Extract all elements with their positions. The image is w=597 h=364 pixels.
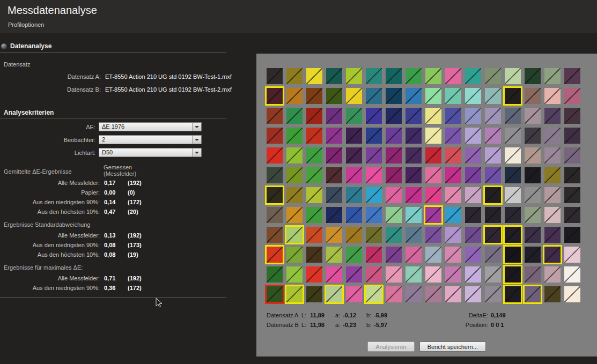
color-patch[interactable] — [505, 88, 521, 104]
color-patch[interactable] — [306, 207, 322, 223]
color-patch[interactable] — [505, 207, 521, 223]
color-patch[interactable] — [386, 167, 402, 183]
color-patch[interactable] — [525, 227, 541, 243]
color-patch[interactable] — [406, 207, 422, 223]
color-patch[interactable] — [267, 187, 283, 203]
color-patch[interactable] — [564, 167, 580, 183]
color-patch[interactable] — [326, 88, 342, 104]
color-patch[interactable] — [326, 207, 342, 223]
color-patch[interactable] — [286, 247, 303, 263]
color-patch[interactable] — [267, 147, 283, 164]
color-patch[interactable] — [425, 266, 441, 283]
color-patch[interactable] — [346, 207, 362, 223]
color-patch[interactable] — [267, 68, 283, 84]
color-patch[interactable] — [445, 266, 461, 283]
color-patch[interactable] — [525, 207, 541, 223]
color-patch[interactable] — [326, 286, 342, 302]
color-patch[interactable] — [445, 108, 461, 124]
color-patch[interactable] — [366, 247, 382, 263]
color-patch[interactable] — [326, 108, 342, 124]
color-patch[interactable] — [564, 266, 580, 283]
color-patch[interactable] — [544, 128, 561, 144]
color-patch[interactable] — [286, 128, 303, 144]
color-patch[interactable] — [505, 68, 521, 84]
color-patch[interactable] — [286, 286, 303, 302]
color-patch[interactable] — [465, 88, 481, 104]
color-patch[interactable] — [386, 286, 402, 302]
color-patch[interactable] — [465, 167, 481, 183]
color-patch[interactable] — [286, 108, 303, 124]
color-patch[interactable] — [386, 207, 402, 223]
color-patch[interactable] — [386, 108, 402, 124]
color-patch[interactable] — [485, 147, 501, 164]
color-patch[interactable] — [564, 88, 580, 104]
color-patch[interactable] — [366, 187, 382, 203]
color-patch[interactable] — [346, 128, 362, 144]
color-patch[interactable] — [525, 128, 541, 144]
color-patch[interactable] — [544, 227, 561, 243]
color-patch[interactable] — [465, 68, 481, 84]
color-patch[interactable] — [386, 88, 402, 104]
color-patch[interactable] — [564, 108, 580, 124]
color-patch[interactable] — [425, 187, 441, 203]
color-patch[interactable] — [366, 147, 382, 164]
color-patch[interactable] — [465, 247, 481, 263]
color-patch[interactable] — [564, 247, 580, 263]
color-patch[interactable] — [465, 266, 481, 283]
color-patch[interactable] — [525, 266, 541, 283]
color-patch[interactable] — [326, 247, 342, 263]
color-patch[interactable] — [505, 108, 521, 124]
color-patch[interactable] — [505, 128, 521, 144]
color-patch[interactable] — [485, 286, 501, 302]
delta-e-dropdown[interactable]: ΔE 1976 — [99, 122, 202, 131]
color-patch[interactable] — [366, 286, 382, 302]
color-patch[interactable] — [564, 68, 580, 84]
color-patch[interactable] — [425, 147, 441, 164]
color-patch[interactable] — [267, 88, 283, 104]
color-patch[interactable] — [286, 68, 303, 84]
chevron-down-icon[interactable] — [192, 136, 201, 144]
lichtart-dropdown[interactable]: D50 — [99, 148, 202, 157]
color-patch[interactable] — [485, 187, 501, 203]
color-patch[interactable] — [406, 266, 422, 283]
color-patch[interactable] — [386, 147, 402, 164]
color-patch[interactable] — [564, 147, 580, 164]
color-patch[interactable] — [525, 286, 541, 302]
color-patch[interactable] — [525, 108, 541, 124]
color-patch[interactable] — [366, 227, 382, 243]
color-patch[interactable] — [525, 88, 541, 104]
color-patch[interactable] — [406, 286, 422, 302]
color-patch[interactable] — [306, 128, 322, 144]
color-patch[interactable] — [544, 286, 561, 302]
color-patch[interactable] — [386, 68, 402, 84]
color-patch[interactable] — [505, 227, 521, 243]
color-patch[interactable] — [485, 227, 501, 243]
color-patch[interactable] — [286, 88, 303, 104]
color-patch[interactable] — [346, 266, 362, 283]
color-patch[interactable] — [346, 88, 362, 104]
color-patch[interactable] — [445, 247, 461, 263]
color-patch[interactable] — [425, 286, 441, 302]
chevron-down-icon[interactable] — [192, 148, 201, 157]
color-patch[interactable] — [425, 68, 441, 84]
color-patch[interactable] — [564, 227, 580, 243]
color-patch[interactable] — [445, 88, 461, 104]
color-patch[interactable] — [306, 187, 322, 203]
color-patch[interactable] — [306, 68, 322, 84]
color-patch[interactable] — [564, 286, 580, 302]
color-patch[interactable] — [306, 247, 322, 263]
color-patch[interactable] — [525, 167, 541, 183]
color-patch[interactable] — [346, 108, 362, 124]
color-patch[interactable] — [406, 167, 422, 183]
color-patch[interactable] — [406, 247, 422, 263]
color-patch[interactable] — [465, 147, 481, 164]
color-patch[interactable] — [425, 207, 441, 223]
color-patch[interactable] — [445, 207, 461, 223]
color-patch[interactable] — [386, 128, 402, 144]
color-patch[interactable] — [505, 286, 521, 302]
color-patch[interactable] — [366, 266, 382, 283]
color-patch[interactable] — [406, 128, 422, 144]
color-patch[interactable] — [485, 167, 501, 183]
color-patch[interactable] — [465, 128, 481, 144]
color-patch[interactable] — [425, 128, 441, 144]
